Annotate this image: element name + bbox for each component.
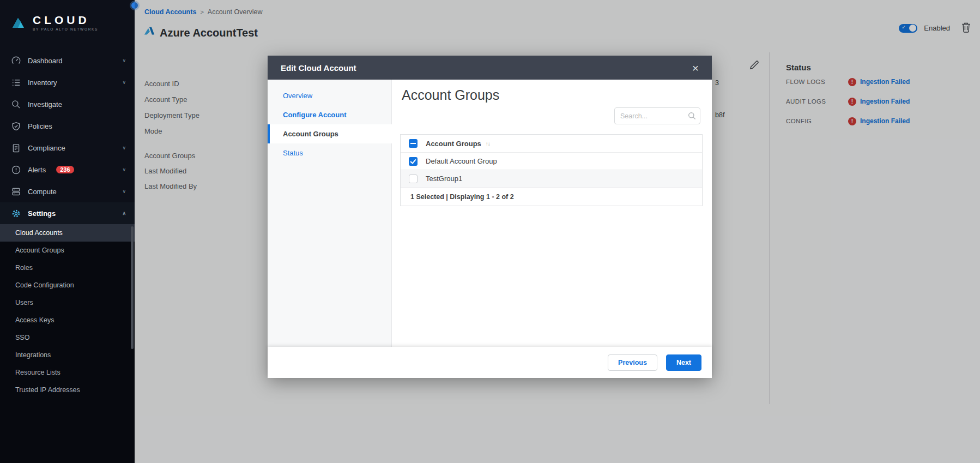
row-checkbox[interactable] (409, 157, 418, 166)
sidebar-item-users[interactable]: Users (0, 294, 135, 311)
table-footer: 1 Selected | Displaying 1 - 2 of 2 (401, 188, 702, 206)
column-header-account-groups: Account Groups (426, 140, 481, 148)
settings-submenu: Cloud Accounts Account Groups Roles Code… (0, 224, 135, 463)
alerts-count-badge: 236 (56, 166, 74, 173)
table-header-row: Account Groups ↑↓ (401, 135, 702, 153)
sidebar-item-compliance[interactable]: Compliance ∨ (0, 137, 135, 159)
app-logo: CLOUD BY PALO ALTO NETWORKS (0, 0, 135, 50)
chevron-down-icon: ∨ (122, 58, 126, 63)
sidebar-item-label: Compliance (28, 144, 65, 152)
modal-title: Edit Cloud Account (281, 63, 689, 73)
table-row: Default Account Group (401, 153, 702, 170)
sort-icon[interactable]: ↑↓ (486, 141, 490, 147)
sidebar-item-inventory[interactable]: Inventory ∨ (0, 71, 135, 93)
modal-header: Edit Cloud Account × (268, 56, 712, 80)
inventory-icon (11, 78, 21, 87)
search-icon (688, 112, 696, 122)
compliance-icon (11, 143, 21, 153)
modal-nav-account-groups[interactable]: Account Groups (268, 124, 392, 143)
chevron-down-icon: ∨ (122, 80, 126, 85)
chevron-down-icon: ∨ (122, 189, 126, 194)
chevron-down-icon: ∨ (122, 145, 126, 151)
sidebar-item-account-groups[interactable]: Account Groups (0, 242, 135, 259)
previous-button[interactable]: Previous (608, 354, 657, 371)
alerts-icon (11, 165, 21, 175)
logo-title: CLOUD (33, 14, 98, 26)
account-groups-heading: Account Groups (402, 87, 499, 103)
sidebar-item-alerts[interactable]: Alerts 236 ∨ (0, 159, 135, 181)
sidebar-scrollbar[interactable] (131, 226, 134, 349)
investigate-icon (11, 100, 21, 109)
chevron-up-icon: ∧ (122, 211, 126, 216)
modal-content: Account Groups Account Groups ↑↓ (392, 80, 712, 347)
sidebar-item-integrations[interactable]: Integrations (0, 346, 135, 364)
table-row: TestGroup1 (401, 170, 702, 188)
dashboard-icon (11, 56, 21, 65)
sidebar-item-resource-lists[interactable]: Resource Lists (0, 364, 135, 381)
chevron-down-icon: ∨ (122, 167, 126, 172)
select-all-checkbox[interactable] (409, 139, 418, 148)
logo-subtitle: BY PALO ALTO NETWORKS (33, 27, 98, 31)
modal-nav-configure-account[interactable]: Configure Account (268, 105, 391, 124)
close-icon[interactable]: × (689, 62, 702, 74)
gear-icon (11, 209, 21, 218)
policies-icon (11, 122, 21, 131)
sidebar-item-access-keys[interactable]: Access Keys (0, 311, 135, 329)
account-groups-table: Account Groups ↑↓ Default Account Group … (400, 134, 703, 206)
sidebar-item-dashboard[interactable]: Dashboard ∨ (0, 50, 135, 71)
modal-footer: Previous Next (268, 347, 712, 378)
account-group-name: TestGroup1 (426, 175, 462, 183)
sidebar-item-label: Alerts (28, 166, 46, 174)
modal-step-nav: Overview Configure Account Account Group… (268, 80, 392, 347)
modal-nav-status[interactable]: Status (268, 143, 391, 163)
sidebar: CLOUD BY PALO ALTO NETWORKS Dashboard ∨ … (0, 0, 135, 463)
sidebar-item-cloud-accounts[interactable]: Cloud Accounts (0, 224, 135, 242)
sidebar-item-sso[interactable]: SSO (0, 329, 135, 346)
sidebar-item-label: Settings (28, 209, 56, 218)
sidebar-item-trusted-ip-addresses[interactable]: Trusted IP Addresses (0, 381, 135, 399)
sidebar-item-investigate[interactable]: Investigate (0, 93, 135, 115)
account-group-name: Default Account Group (426, 157, 497, 165)
search-box (614, 107, 700, 124)
sidebar-item-label: Policies (28, 122, 52, 130)
compute-icon (11, 187, 21, 196)
edit-cloud-account-modal: Edit Cloud Account × Overview Configure … (268, 56, 712, 378)
sidebar-item-code-configuration[interactable]: Code Configuration (0, 276, 135, 294)
modal-body: Overview Configure Account Account Group… (268, 80, 712, 347)
modal-nav-overview[interactable]: Overview (268, 86, 391, 105)
sidebar-item-policies[interactable]: Policies (0, 115, 135, 137)
sidebar-item-settings[interactable]: Settings ∧ (0, 202, 135, 224)
sidebar-item-roles[interactable]: Roles (0, 259, 135, 276)
row-checkbox[interactable] (409, 175, 418, 183)
sidebar-item-label: Dashboard (28, 57, 63, 65)
sidebar-item-label: Investigate (28, 100, 62, 109)
next-button[interactable]: Next (666, 354, 701, 371)
sidebar-item-label: Compute (28, 188, 57, 196)
sidebar-item-compute[interactable]: Compute ∨ (0, 181, 135, 202)
sidebar-item-label: Inventory (28, 79, 57, 87)
cloud-logo-icon (11, 14, 27, 33)
